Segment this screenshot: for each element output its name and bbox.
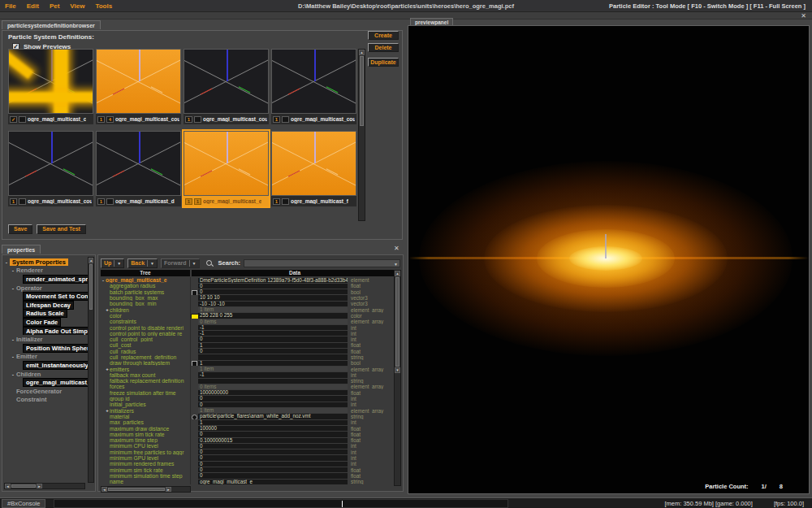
value-prefix-icon[interactable]: [191, 396, 198, 402]
menu-item[interactable]: View: [70, 2, 84, 10]
badge-right[interactable]: 4: [106, 116, 114, 123]
attribute-value[interactable]: [198, 379, 348, 384]
attribute-row[interactable]: fallback max count -1 int: [101, 372, 398, 378]
attribute-row[interactable]: group id 0 int: [101, 396, 398, 402]
attribute-row[interactable]: minimum rendered frames 0 int: [101, 461, 398, 467]
value-prefix-icon[interactable]: [191, 449, 198, 455]
attribute-row[interactable]: name ogre_magi_multicast_e string: [101, 479, 398, 484]
value-prefix-icon[interactable]: [191, 319, 198, 324]
attribute-value[interactable]: 0: [198, 462, 348, 467]
attribute-value[interactable]: 1 item: [198, 408, 348, 413]
thumbnail-preview[interactable]: [184, 131, 269, 196]
chevron-down-icon[interactable]: ▼: [192, 261, 197, 266]
badge-right[interactable]: 1: [194, 198, 201, 205]
value-prefix-icon[interactable]: [191, 367, 198, 372]
attribute-value[interactable]: 1 item: [198, 367, 348, 371]
tab-definition-browser[interactable]: particlesystemdefinitionbrowser: [2, 20, 101, 29]
system-tree-item[interactable]: - Operator: [3, 284, 89, 293]
system-tree-item[interactable]: - Children: [3, 370, 89, 379]
attribute-row[interactable]: + initializers 1 item element_array: [101, 408, 398, 414]
scrollbar-thumb[interactable]: [360, 56, 364, 126]
attribute-row[interactable]: bounding_box_min -10 -10 -10 vector3: [101, 301, 398, 306]
badge-left[interactable]: 1: [97, 198, 105, 205]
attribute-value[interactable]: -1: [198, 325, 348, 330]
value-prefix-icon[interactable]: [191, 479, 198, 484]
system-tree-hscrollbar[interactable]: ◄ ►: [4, 483, 85, 489]
attribute-value[interactable]: 0: [198, 432, 348, 436]
definition-item[interactable]: 1 4 ogre_magi_multicast_counter: [96, 49, 181, 124]
attribute-row[interactable]: minimum CPU level 0 int: [101, 443, 398, 449]
badge-left[interactable]: 1: [273, 116, 280, 123]
value-prefix-icon[interactable]: [191, 313, 198, 319]
attribute-value[interactable]: DmeParticleSystemDefinition 12389a79-f5d…: [198, 278, 348, 283]
attribute-value[interactable]: 0: [198, 284, 348, 289]
attribute-row[interactable]: bounding_box_max 10 10 10 vector3: [101, 295, 398, 301]
expander-icon[interactable]: -: [10, 267, 16, 273]
system-tree-item[interactable]: Constraint: [3, 396, 89, 405]
thumbnail-preview[interactable]: [184, 49, 269, 114]
scrollbar-thumb[interactable]: [395, 277, 400, 367]
system-tree-item[interactable]: Position Within Sphere Rand: [3, 344, 89, 353]
save-and-test-button[interactable]: Save and Test: [37, 224, 86, 234]
chevron-down-icon[interactable]: ▼: [150, 261, 154, 266]
attribute-row[interactable]: batch particle systems 0 bool: [101, 289, 398, 295]
delete-button[interactable]: Delete: [368, 43, 399, 52]
attribute-row[interactable]: initial_particles 0 int: [101, 402, 398, 407]
attribute-value[interactable]: 0: [198, 444, 348, 449]
value-prefix-icon[interactable]: [191, 443, 198, 449]
attribute-row[interactable]: minimum sim tick rate 0 float: [101, 467, 398, 473]
attribute-row[interactable]: fallback replacement definition string: [101, 378, 398, 384]
attribute-value[interactable]: 0: [198, 455, 348, 460]
attribute-value[interactable]: 1: [198, 343, 348, 348]
badge-right[interactable]: [19, 116, 26, 123]
console-tab[interactable]: #BxConsole: [2, 499, 45, 508]
attribute-value[interactable]: 0: [198, 467, 348, 472]
attribute-value[interactable]: 0: [198, 473, 348, 478]
attribute-value[interactable]: 0: [198, 396, 348, 401]
attribute-value[interactable]: 0: [198, 402, 348, 407]
badge-right[interactable]: [282, 116, 289, 123]
attribute-value[interactable]: 10 10 10: [198, 295, 348, 300]
badge-left[interactable]: 1: [10, 198, 17, 205]
attribute-value[interactable]: -1: [198, 372, 348, 377]
attribute-value[interactable]: 0: [198, 449, 348, 454]
value-prefix-icon[interactable]: [191, 277, 198, 283]
value-prefix-icon[interactable]: [191, 372, 198, 378]
definition-item[interactable]: 1 1 ogre_magi_multicast_e: [184, 131, 269, 206]
system-tree-vscrollbar[interactable]: ▲: [88, 257, 94, 483]
attribute-value[interactable]: ogre_magi_multicast_e: [198, 480, 348, 484]
system-tree-item[interactable]: - Emitter: [3, 353, 89, 362]
scrollbar-thumb[interactable]: [89, 264, 93, 310]
expander-icon[interactable]: -: [10, 371, 16, 377]
scroll-left-icon[interactable]: ◄: [5, 484, 11, 488]
value-prefix-icon[interactable]: [191, 455, 198, 461]
definition-item[interactable]: 1 ogre_magi_multicast_f: [271, 131, 356, 206]
attribute-row[interactable]: color 255 228 0 255 color: [101, 313, 398, 319]
value-prefix-icon[interactable]: [191, 390, 198, 396]
scroll-up-icon[interactable]: ▲: [89, 258, 93, 263]
attribute-row[interactable]: aggregation radius 0 float: [101, 283, 398, 289]
value-prefix-icon[interactable]: [191, 331, 198, 336]
attribute-row[interactable]: material particle\particle_flares\anam_w…: [101, 414, 398, 419]
chevron-down-icon[interactable]: ▼: [394, 262, 398, 267]
search-input[interactable]: ▼: [244, 259, 400, 267]
attribute-value[interactable]: 0.1000000015: [198, 438, 348, 443]
up-button[interactable]: Up ▼: [101, 258, 124, 268]
system-tree-item[interactable]: - Initializer: [3, 335, 89, 344]
attribute-value[interactable]: 1: [198, 420, 348, 425]
badge-left[interactable]: 1: [185, 198, 192, 205]
value-prefix-icon[interactable]: [191, 467, 198, 473]
definition-item[interactable]: 1 ogre_magi_multicast_counter_l: [184, 49, 269, 124]
value-prefix-icon[interactable]: [191, 432, 198, 437]
attribute-value[interactable]: 0: [198, 349, 348, 354]
value-prefix-icon[interactable]: [191, 289, 198, 295]
attribute-row[interactable]: control point to disable renderi -1 int: [101, 324, 398, 330]
badge-right[interactable]: [194, 116, 201, 123]
attribute-row[interactable]: maximum draw distance 100000 float: [101, 425, 398, 431]
attribute-row[interactable]: freeze simulation after time 1000000000 …: [101, 390, 398, 396]
close-icon[interactable]: ✕: [394, 245, 400, 252]
thumbnail-preview[interactable]: [96, 49, 181, 114]
system-tree-item[interactable]: ogre_magi_multicast_f: [3, 378, 89, 387]
attribute-vscrollbar[interactable]: ▲ ▼: [394, 270, 401, 486]
badge-left[interactable]: 1: [273, 198, 280, 205]
